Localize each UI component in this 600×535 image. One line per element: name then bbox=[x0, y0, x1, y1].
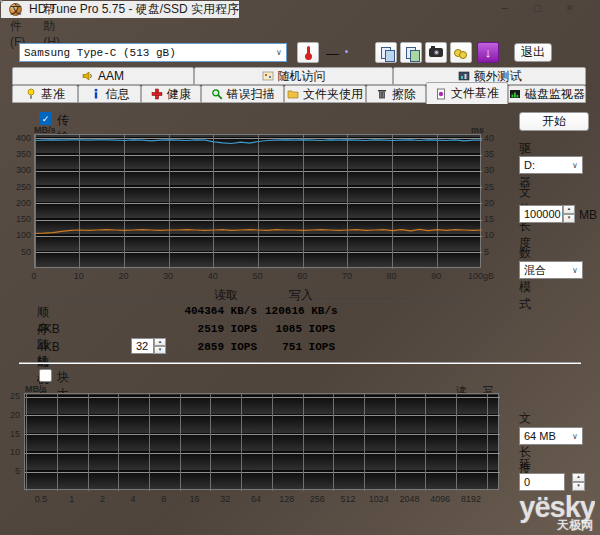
spin-up-icon: ▲ bbox=[567, 207, 571, 212]
exit-button[interactable]: 退出 bbox=[514, 43, 552, 62]
spin-up-button[interactable]: ▲ bbox=[572, 473, 585, 482]
app-window: HD Tune Pro 5.75 - 硬盘/SSD 实用程序 – □ × 文件(… bbox=[0, 0, 2, 2]
top-chart-y2tick: 25 bbox=[484, 182, 504, 192]
tab-info[interactable]: 信息 bbox=[78, 85, 141, 103]
benchmark-icon bbox=[25, 88, 37, 100]
spin-down-icon: ▼ bbox=[576, 484, 580, 489]
watermark-subtitle: 天极网 bbox=[469, 519, 593, 531]
start-button[interactable]: 开始 bbox=[519, 112, 589, 131]
tab-error-scan-label: 错误扫描 bbox=[227, 86, 275, 103]
file-length-spinner: ▲ ▼ bbox=[563, 205, 575, 223]
tab-benchmark-label: 基准 bbox=[41, 86, 65, 103]
random-access-icon bbox=[262, 70, 274, 82]
spin-up-icon: ▲ bbox=[576, 475, 580, 480]
data-mode-value: 混合 bbox=[520, 263, 568, 278]
menu-bar: 文件(F) 帮助(H) bbox=[1, 1, 69, 49]
delay-value: 0 bbox=[524, 476, 530, 488]
sequential-read-value: 404364 KB/s bbox=[151, 305, 257, 317]
folder-icon bbox=[287, 88, 299, 100]
spin-down-icon: ▼ bbox=[567, 216, 571, 221]
section-separator bbox=[19, 362, 581, 364]
tab-aam-label: AAM bbox=[98, 69, 124, 83]
tab-folder-usage[interactable]: 文件夹使用 bbox=[284, 85, 366, 103]
donate-button[interactable] bbox=[450, 42, 472, 63]
tab-benchmark[interactable]: 基准 bbox=[12, 85, 78, 103]
block-file-length-combobox[interactable]: 64 MB ∨ bbox=[519, 427, 583, 445]
delay-input[interactable]: 0 bbox=[519, 473, 565, 491]
transfer-speed-plot bbox=[34, 134, 481, 268]
drive-select[interactable]: Samsung Type-C (513 gB) ∨ bbox=[19, 43, 287, 62]
top-chart-xtick: 10 bbox=[59, 271, 99, 281]
tab-erase-label: 擦除 bbox=[392, 86, 416, 103]
file-length-input[interactable]: 100000 bbox=[519, 205, 563, 223]
minimize-button[interactable]: – bbox=[501, 1, 508, 15]
update-button[interactable]: ↓ bbox=[477, 42, 499, 63]
download-arrow-icon: ↓ bbox=[485, 45, 492, 60]
temperature-button[interactable] bbox=[297, 42, 319, 63]
spin-down-button[interactable]: ▼ bbox=[572, 482, 585, 491]
chevron-down-icon: ∨ bbox=[568, 266, 582, 275]
copy-text-icon bbox=[378, 45, 394, 61]
copy-text-button[interactable] bbox=[375, 42, 397, 63]
data-mode-label: 数据模式 bbox=[519, 245, 531, 313]
top-chart-y2tick: 40 bbox=[484, 133, 504, 143]
speaker-icon bbox=[82, 70, 94, 82]
top-chart-xtick: 40 bbox=[193, 271, 233, 281]
chevron-down-icon: ∨ bbox=[568, 432, 582, 441]
magnifier-icon bbox=[211, 88, 223, 100]
info-icon bbox=[90, 88, 102, 100]
4k-single-read-value: 2519 IOPS bbox=[151, 323, 257, 335]
maximize-icon: □ bbox=[534, 1, 541, 15]
copy-image-button[interactable] bbox=[400, 42, 422, 63]
coins-icon bbox=[454, 47, 468, 59]
file-benchmark-icon bbox=[435, 88, 447, 100]
bottom-chart-ytick: 10 bbox=[2, 447, 20, 457]
data-mode-combobox[interactable]: 混合 ∨ bbox=[519, 261, 583, 279]
tab-disk-monitor-label: 磁盘监视器 bbox=[525, 86, 585, 103]
start-button-label: 开始 bbox=[542, 113, 566, 130]
block-size-plot bbox=[24, 393, 499, 490]
disk-monitor-icon bbox=[509, 88, 521, 100]
tab-erase[interactable]: 擦除 bbox=[366, 85, 426, 103]
top-chart-xtick: 90 bbox=[416, 271, 456, 281]
tab-error-scan[interactable]: 错误扫描 bbox=[201, 85, 284, 103]
top-chart-ytick: 350 bbox=[3, 149, 31, 159]
tab-folder-usage-label: 文件夹使用 bbox=[303, 86, 363, 103]
4k-single-write-value: 1085 IOPS bbox=[265, 323, 335, 335]
transfer-speed-checkbox[interactable]: ✓ bbox=[39, 112, 52, 125]
thermometer-icon bbox=[307, 46, 310, 57]
temperature-value: — bbox=[326, 46, 339, 61]
tab-info-label: 信息 bbox=[106, 86, 130, 103]
tab-random-access[interactable]: 随机访问 bbox=[194, 67, 393, 85]
health-cross-icon bbox=[151, 88, 163, 100]
tab-file-benchmark[interactable]: 文件基准 bbox=[426, 82, 508, 104]
close-button[interactable]: × bbox=[566, 1, 573, 15]
bottom-chart-xtick: 8192 bbox=[453, 494, 489, 504]
chevron-down-icon: ∨ bbox=[272, 48, 286, 57]
top-chart-ytick: 50 bbox=[3, 247, 31, 257]
top-chart-xtick: 20 bbox=[103, 271, 143, 281]
top-chart-ytick: 150 bbox=[3, 214, 31, 224]
spin-up-button[interactable]: ▲ bbox=[563, 205, 575, 214]
menu-file[interactable]: 文件(F) bbox=[1, 1, 34, 49]
maximize-button[interactable]: □ bbox=[534, 1, 541, 15]
top-chart-xtick: 70 bbox=[327, 271, 367, 281]
tab-disk-monitor[interactable]: 磁盘监视器 bbox=[508, 85, 586, 103]
top-chart-ytick: 200 bbox=[3, 198, 31, 208]
top-chart-y2tick: 20 bbox=[484, 198, 504, 208]
drive-combobox[interactable]: D: ∨ bbox=[519, 156, 583, 174]
tab-page-file-benchmark bbox=[1, 1, 3, 3]
top-chart-xtick: 30 bbox=[148, 271, 188, 281]
top-chart-y2tick: 5 bbox=[484, 247, 504, 257]
tab-health[interactable]: 健康 bbox=[141, 85, 201, 103]
top-chart-ytick: 400 bbox=[3, 133, 31, 143]
tab-aam[interactable]: AAM bbox=[12, 67, 194, 85]
menu-help[interactable]: 帮助(H) bbox=[34, 1, 69, 49]
spin-down-button[interactable]: ▼ bbox=[563, 214, 575, 223]
screenshot-button[interactable] bbox=[425, 42, 447, 63]
top-chart-ytick: 250 bbox=[3, 182, 31, 192]
top-chart-y2tick: 35 bbox=[484, 149, 504, 159]
bottom-chart-ytick: 5 bbox=[2, 466, 20, 476]
block-size-checkbox[interactable] bbox=[39, 369, 52, 382]
camera-icon bbox=[429, 48, 443, 57]
